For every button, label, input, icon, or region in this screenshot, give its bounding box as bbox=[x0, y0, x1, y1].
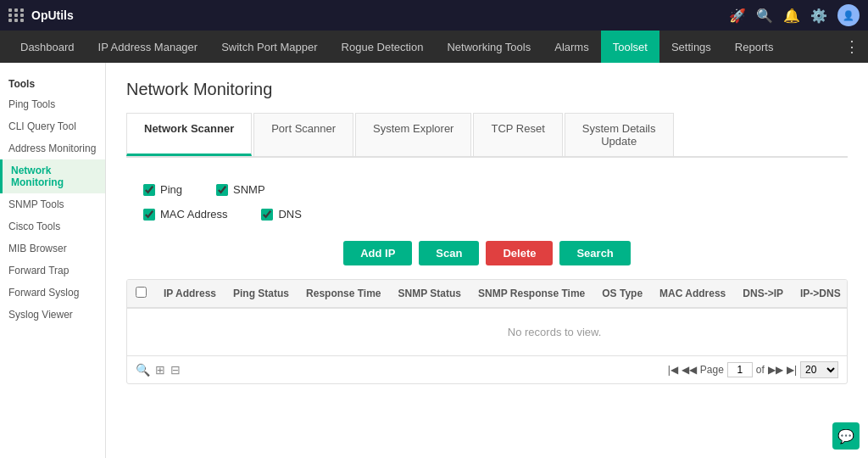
sidebar-section-title: Tools bbox=[0, 71, 105, 93]
data-table: IP Address Ping Status Response Time SNM… bbox=[127, 280, 848, 355]
sidebar-item-forward-syslog[interactable]: Forward Syslog bbox=[0, 282, 105, 304]
page-label: Page bbox=[700, 364, 724, 376]
tab-tcp-reset[interactable]: TCP Reset bbox=[473, 113, 562, 156]
pagination-export-icons: 🔍 ⊞ ⊟ bbox=[136, 363, 181, 377]
gear-icon[interactable]: ⚙️ bbox=[810, 8, 827, 24]
app-name: OpUtils bbox=[31, 8, 74, 22]
delete-button[interactable]: Delete bbox=[486, 241, 553, 265]
page-input[interactable] bbox=[727, 362, 753, 377]
ping-checkbox[interactable] bbox=[143, 184, 155, 196]
nav-bar: Dashboard IP Address Manager Switch Port… bbox=[0, 31, 868, 63]
sidebar-item-mib-browser[interactable]: MIB Browser bbox=[0, 237, 105, 260]
page-title: Network Monitoring bbox=[126, 80, 848, 99]
action-bar: Add IP Scan Delete Search bbox=[126, 241, 848, 265]
sidebar-item-ping-tools[interactable]: Ping Tools bbox=[0, 93, 105, 115]
export-search-icon[interactable]: 🔍 bbox=[136, 363, 150, 377]
sidebar-item-cli-query-tool[interactable]: CLI Query Tool bbox=[0, 115, 105, 137]
mac-address-checkbox[interactable] bbox=[143, 209, 155, 221]
pagination-controls: |◀ ◀◀ Page of ▶▶ ▶| 20 50 100 bbox=[668, 361, 838, 378]
pagination-bar: 🔍 ⊞ ⊟ |◀ ◀◀ Page of ▶▶ ▶| 20 50 100 bbox=[127, 355, 847, 383]
nav-dashboard[interactable]: Dashboard bbox=[8, 31, 86, 63]
nav-switch-port-mapper[interactable]: Switch Port Mapper bbox=[209, 31, 329, 63]
snmp-label: SNMP bbox=[233, 183, 265, 196]
scan-button[interactable]: Scan bbox=[419, 241, 479, 265]
last-page-btn[interactable]: ▶| bbox=[787, 364, 797, 376]
add-ip-button[interactable]: Add IP bbox=[343, 241, 412, 265]
nav-alarms[interactable]: Alarms bbox=[542, 31, 600, 63]
option-ping: Ping bbox=[143, 183, 182, 196]
nav-reports[interactable]: Reports bbox=[723, 31, 786, 63]
tab-network-scanner[interactable]: Network Scanner bbox=[126, 113, 252, 156]
mac-address-label: MAC Address bbox=[160, 208, 227, 221]
rocket-icon[interactable]: 🚀 bbox=[729, 8, 746, 24]
tab-port-scanner[interactable]: Port Scanner bbox=[253, 113, 353, 156]
sidebar-item-forward-trap[interactable]: Forward Trap bbox=[0, 260, 105, 282]
option-mac-address: MAC Address bbox=[143, 208, 227, 221]
tab-bar: Network Scanner Port Scanner System Expl… bbox=[126, 113, 848, 158]
options-section-2: MAC Address DNS bbox=[126, 199, 848, 229]
th-ip-address: IP Address bbox=[155, 280, 225, 308]
th-ping-status: Ping Status bbox=[225, 280, 298, 308]
th-snmp-status: SNMP Status bbox=[390, 280, 470, 308]
nav-settings[interactable]: Settings bbox=[659, 31, 723, 63]
tab-system-details-update[interactable]: System DetailsUpdate bbox=[565, 113, 674, 156]
nav-toolset[interactable]: Toolset bbox=[601, 31, 659, 63]
option-dns: DNS bbox=[261, 208, 301, 221]
th-snmp-response-time: SNMP Response Time bbox=[470, 280, 593, 308]
th-select-all[interactable] bbox=[127, 280, 155, 308]
nav-ip-address-manager[interactable]: IP Address Manager bbox=[86, 31, 210, 63]
avatar[interactable]: 👤 bbox=[837, 4, 860, 26]
export-grid-icon[interactable]: ⊞ bbox=[155, 363, 165, 377]
no-records-text: No records to view. bbox=[127, 308, 848, 355]
of-label: of bbox=[756, 364, 765, 376]
main-content: Network Monitoring Network Scanner Port … bbox=[106, 63, 868, 458]
bell-icon[interactable]: 🔔 bbox=[783, 8, 800, 24]
export-table-icon[interactable]: ⊟ bbox=[170, 363, 181, 377]
nav-networking-tools[interactable]: Networking Tools bbox=[435, 31, 542, 63]
top-bar-actions: 🚀 🔍 🔔 ⚙️ 👤 bbox=[729, 4, 860, 26]
sidebar-item-snmp-tools[interactable]: SNMP Tools bbox=[0, 193, 105, 215]
prev-page-btn[interactable]: ◀◀ bbox=[682, 364, 697, 376]
next-page-btn[interactable]: ▶▶ bbox=[768, 364, 783, 376]
chat-icon[interactable]: 💬 bbox=[832, 422, 860, 450]
sidebar-item-network-monitoring[interactable]: Network Monitoring bbox=[0, 159, 105, 193]
table-header-row: IP Address Ping Status Response Time SNM… bbox=[127, 280, 848, 308]
select-all-checkbox[interactable] bbox=[136, 287, 147, 298]
top-bar: OpUtils 🚀 🔍 🔔 ⚙️ 👤 bbox=[0, 0, 868, 31]
option-snmp: SNMP bbox=[216, 183, 265, 196]
snmp-checkbox[interactable] bbox=[216, 184, 228, 196]
page-size-select[interactable]: 20 50 100 bbox=[800, 361, 838, 378]
sidebar-item-address-monitoring[interactable]: Address Monitoring bbox=[0, 137, 105, 159]
dns-checkbox[interactable] bbox=[261, 209, 273, 221]
layout: Tools Ping Tools CLI Query Tool Address … bbox=[0, 63, 868, 458]
nav-rogue-detection[interactable]: Rogue Detection bbox=[330, 31, 436, 63]
th-response-time: Response Time bbox=[298, 280, 389, 308]
th-ip-dns: IP->DNS bbox=[792, 280, 848, 308]
th-os-type: OS Type bbox=[593, 280, 651, 308]
th-mac-address: MAC Address bbox=[651, 280, 734, 308]
sidebar-item-syslog-viewer[interactable]: Syslog Viewer bbox=[0, 304, 105, 326]
search-button[interactable]: Search bbox=[559, 241, 630, 265]
sidebar-item-cisco-tools[interactable]: Cisco Tools bbox=[0, 215, 105, 237]
th-dns-ip: DNS->IP bbox=[734, 280, 792, 308]
ping-label: Ping bbox=[160, 183, 182, 196]
data-table-container: IP Address Ping Status Response Time SNM… bbox=[126, 279, 848, 384]
search-icon[interactable]: 🔍 bbox=[756, 8, 773, 24]
grid-icon bbox=[8, 8, 25, 22]
no-records-row: No records to view. bbox=[127, 308, 848, 355]
app-logo: OpUtils bbox=[8, 8, 74, 22]
nav-more-icon[interactable]: ⋮ bbox=[844, 37, 860, 56]
sidebar: Tools Ping Tools CLI Query Tool Address … bbox=[0, 63, 106, 458]
tab-system-explorer[interactable]: System Explorer bbox=[355, 113, 471, 156]
dns-label: DNS bbox=[278, 208, 301, 221]
first-page-btn[interactable]: |◀ bbox=[668, 364, 678, 376]
